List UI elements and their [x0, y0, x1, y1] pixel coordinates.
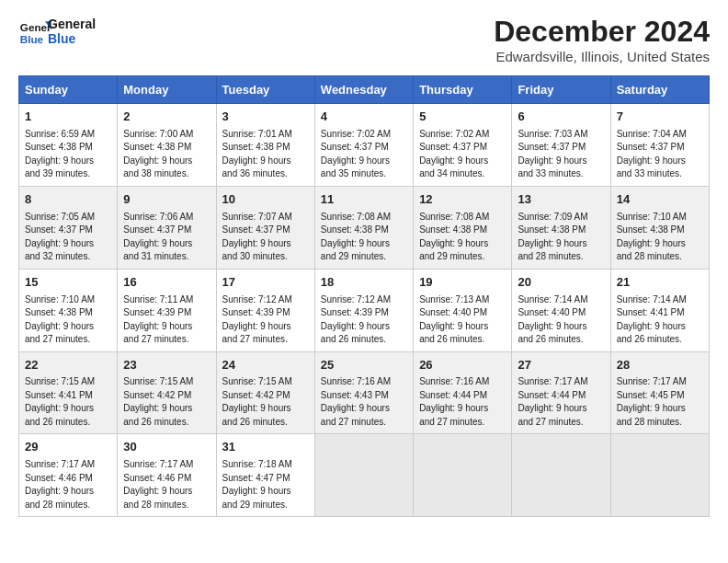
calendar-cell: 20Sunrise: 7:14 AMSunset: 4:40 PMDayligh…: [512, 269, 610, 351]
sunrise-label: Sunrise: 7:08 AM: [419, 212, 489, 222]
day-number: 16: [123, 274, 210, 292]
daylight-label: Daylight: 9 hours: [419, 238, 488, 248]
calendar-cell: 8Sunrise: 7:05 AMSunset: 4:37 PMDaylight…: [19, 186, 118, 269]
daylight-value: and 27 minutes.: [123, 334, 188, 344]
sunset-label: Sunset: 4:44 PM: [518, 390, 586, 400]
day-number: 5: [419, 109, 506, 126]
page-container: General Blue General Blue December 2024 …: [0, 0, 728, 526]
col-header-thursday: Thursday: [414, 76, 512, 104]
day-number: 27: [518, 357, 604, 374]
calendar-week-2: 8Sunrise: 7:05 AMSunset: 4:37 PMDaylight…: [19, 186, 710, 269]
sunrise-label: Sunrise: 7:12 AM: [222, 294, 292, 304]
daylight-label: Daylight: 9 hours: [25, 321, 94, 331]
daylight-value: and 30 minutes.: [222, 251, 288, 261]
calendar-cell: 18Sunrise: 7:12 AMSunset: 4:39 PMDayligh…: [314, 269, 413, 351]
day-number: 7: [617, 109, 703, 126]
logo-blue: Blue: [48, 31, 96, 46]
sunset-label: Sunset: 4:38 PM: [518, 224, 586, 235]
daylight-label: Daylight: 9 hours: [123, 403, 192, 413]
sunrise-label: Sunrise: 7:12 AM: [321, 294, 391, 304]
daylight-label: Daylight: 9 hours: [25, 238, 94, 248]
sunrise-label: Sunrise: 7:01 AM: [222, 129, 292, 139]
calendar-table: SundayMondayTuesdayWednesdayThursdayFrid…: [18, 75, 710, 517]
daylight-label: Daylight: 9 hours: [123, 238, 192, 248]
sunrise-label: Sunrise: 7:07 AM: [222, 212, 292, 222]
calendar-cell: 28Sunrise: 7:17 AMSunset: 4:45 PMDayligh…: [610, 351, 709, 434]
daylight-label: Daylight: 9 hours: [321, 155, 390, 166]
sunset-label: Sunset: 4:39 PM: [123, 307, 191, 317]
daylight-label: Daylight: 9 hours: [123, 321, 192, 331]
sunrise-label: Sunrise: 7:06 AM: [123, 212, 193, 222]
calendar-cell: 9Sunrise: 7:06 AMSunset: 4:37 PMDaylight…: [118, 186, 216, 269]
calendar-cell: [414, 434, 512, 517]
col-header-monday: Monday: [118, 76, 216, 104]
sunrise-label: Sunrise: 7:14 AM: [518, 294, 587, 304]
calendar-cell: 12Sunrise: 7:08 AMSunset: 4:38 PMDayligh…: [414, 186, 512, 269]
calendar-cell: [512, 434, 610, 517]
calendar-cell: 11Sunrise: 7:08 AMSunset: 4:38 PMDayligh…: [314, 186, 413, 269]
calendar-week-3: 15Sunrise: 7:10 AMSunset: 4:38 PMDayligh…: [19, 269, 710, 351]
sunset-label: Sunset: 4:40 PM: [419, 307, 487, 317]
day-number: 15: [25, 274, 111, 292]
col-header-friday: Friday: [512, 76, 610, 104]
daylight-value: and 34 minutes.: [419, 168, 484, 178]
calendar-header-row: SundayMondayTuesdayWednesdayThursdayFrid…: [19, 76, 710, 104]
daylight-label: Daylight: 9 hours: [321, 403, 390, 413]
day-number: 17: [222, 274, 309, 292]
sunrise-label: Sunrise: 7:00 AM: [123, 129, 193, 139]
daylight-label: Daylight: 9 hours: [419, 403, 488, 413]
daylight-value: and 38 minutes.: [123, 168, 188, 178]
calendar-cell: [314, 434, 413, 517]
daylight-value: and 26 minutes.: [321, 334, 386, 344]
day-number: 11: [321, 191, 407, 209]
daylight-value: and 26 minutes.: [25, 417, 90, 427]
sunrise-label: Sunrise: 7:14 AM: [617, 294, 687, 304]
daylight-value: and 27 minutes.: [321, 417, 386, 427]
calendar-cell: 23Sunrise: 7:15 AMSunset: 4:42 PMDayligh…: [118, 351, 216, 434]
day-number: 2: [123, 109, 210, 126]
col-header-saturday: Saturday: [610, 76, 709, 104]
sunset-label: Sunset: 4:38 PM: [25, 142, 93, 152]
sunset-label: Sunset: 4:43 PM: [321, 390, 389, 400]
calendar-cell: 2Sunrise: 7:00 AMSunset: 4:38 PMDaylight…: [118, 104, 216, 187]
calendar-week-1: 1Sunrise: 6:59 AMSunset: 4:38 PMDaylight…: [19, 104, 710, 187]
sunset-label: Sunset: 4:37 PM: [617, 142, 685, 152]
sunrise-label: Sunrise: 7:09 AM: [518, 212, 587, 222]
sunset-label: Sunset: 4:42 PM: [123, 390, 191, 400]
sunset-label: Sunset: 4:38 PM: [321, 224, 389, 235]
sunset-label: Sunset: 4:37 PM: [419, 142, 487, 152]
daylight-label: Daylight: 9 hours: [518, 321, 586, 331]
sunrise-label: Sunrise: 6:59 AM: [25, 129, 95, 139]
sunset-label: Sunset: 4:46 PM: [123, 473, 191, 483]
day-number: 1: [25, 109, 111, 126]
sunrise-label: Sunrise: 7:03 AM: [518, 129, 587, 139]
sunset-label: Sunset: 4:39 PM: [321, 307, 389, 317]
daylight-label: Daylight: 9 hours: [321, 238, 390, 248]
calendar-cell: 26Sunrise: 7:16 AMSunset: 4:44 PMDayligh…: [414, 351, 512, 434]
day-number: 18: [321, 274, 407, 292]
calendar-cell: 24Sunrise: 7:15 AMSunset: 4:42 PMDayligh…: [216, 351, 314, 434]
logo: General Blue General Blue: [18, 15, 96, 48]
sunset-label: Sunset: 4:38 PM: [123, 142, 191, 152]
day-number: 21: [617, 274, 703, 292]
day-number: 6: [518, 109, 604, 126]
sunrise-label: Sunrise: 7:13 AM: [419, 294, 489, 304]
daylight-label: Daylight: 9 hours: [617, 155, 686, 166]
logo-icon: General Blue: [18, 15, 51, 48]
sunset-label: Sunset: 4:41 PM: [25, 390, 93, 400]
calendar-cell: 14Sunrise: 7:10 AMSunset: 4:38 PMDayligh…: [610, 186, 709, 269]
calendar-cell: 17Sunrise: 7:12 AMSunset: 4:39 PMDayligh…: [216, 269, 314, 351]
daylight-label: Daylight: 9 hours: [222, 403, 291, 413]
daylight-label: Daylight: 9 hours: [222, 321, 291, 331]
daylight-value: and 28 minutes.: [25, 500, 90, 510]
daylight-label: Daylight: 9 hours: [321, 321, 390, 331]
day-number: 4: [321, 109, 407, 126]
daylight-label: Daylight: 9 hours: [419, 321, 488, 331]
day-number: 20: [518, 274, 604, 292]
calendar-cell: 16Sunrise: 7:11 AMSunset: 4:39 PMDayligh…: [118, 269, 216, 351]
page-title: December 2024: [494, 15, 710, 49]
sunset-label: Sunset: 4:38 PM: [419, 224, 487, 235]
calendar-cell: 22Sunrise: 7:15 AMSunset: 4:41 PMDayligh…: [19, 351, 118, 434]
col-header-tuesday: Tuesday: [216, 76, 314, 104]
sunrise-label: Sunrise: 7:17 AM: [123, 459, 193, 469]
